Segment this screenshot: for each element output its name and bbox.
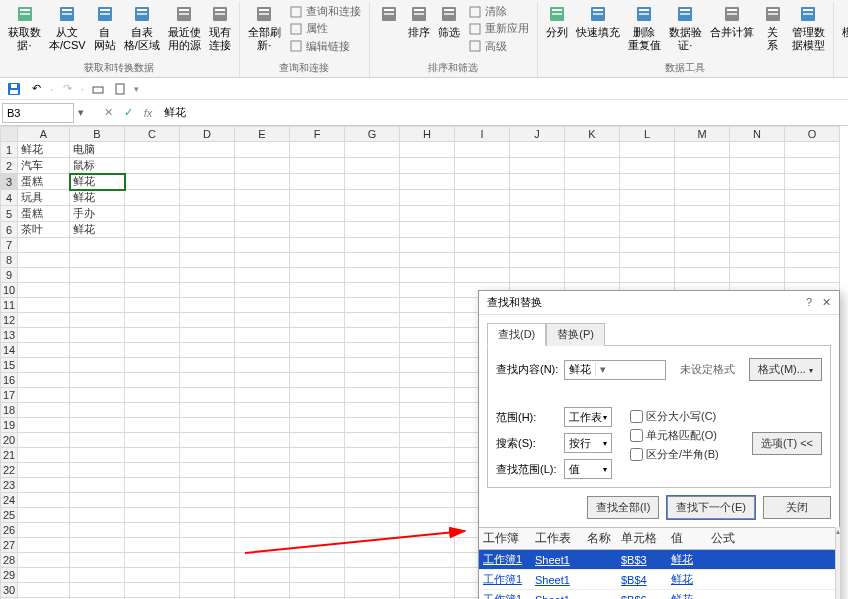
result-row[interactable]: 工作簿1Sheet1$B$6鲜花 bbox=[479, 590, 835, 599]
cell-G3[interactable] bbox=[345, 174, 400, 190]
cell-G7[interactable] bbox=[345, 238, 400, 253]
cell-B6[interactable]: 鲜花 bbox=[70, 222, 125, 238]
row-header-19[interactable]: 19 bbox=[1, 418, 18, 433]
cell-A3[interactable]: 蛋糕 bbox=[18, 174, 70, 190]
cell-C19[interactable] bbox=[125, 418, 180, 433]
cell-G18[interactable] bbox=[345, 403, 400, 418]
cell-E2[interactable] bbox=[235, 158, 290, 174]
row-header-12[interactable]: 12 bbox=[1, 313, 18, 328]
edit-links-button[interactable]: 编辑链接 bbox=[289, 39, 361, 54]
relations-button[interactable]: 关 系 bbox=[758, 2, 788, 60]
cell-H23[interactable] bbox=[400, 478, 455, 493]
col-header-H[interactable]: H bbox=[400, 127, 455, 142]
cell-F21[interactable] bbox=[290, 448, 345, 463]
cell-A1[interactable]: 鲜花 bbox=[18, 142, 70, 158]
properties-button[interactable]: 属性 bbox=[289, 21, 361, 36]
cell-G24[interactable] bbox=[345, 493, 400, 508]
cell-F11[interactable] bbox=[290, 298, 345, 313]
cell-F15[interactable] bbox=[290, 358, 345, 373]
cell-I1[interactable] bbox=[455, 142, 510, 158]
cell-L7[interactable] bbox=[620, 238, 675, 253]
cell-C24[interactable] bbox=[125, 493, 180, 508]
cell-D13[interactable] bbox=[180, 328, 235, 343]
existing-button[interactable]: 现有 连接 bbox=[205, 2, 235, 60]
cell-A2[interactable]: 汽车 bbox=[18, 158, 70, 174]
cell-E1[interactable] bbox=[235, 142, 290, 158]
cell-D15[interactable] bbox=[180, 358, 235, 373]
cell-D8[interactable] bbox=[180, 253, 235, 268]
cell-K1[interactable] bbox=[565, 142, 620, 158]
tab-replace[interactable]: 替换(P) bbox=[546, 323, 605, 346]
dialog-titlebar[interactable]: 查找和替换 ? ✕ bbox=[479, 291, 839, 315]
refresh-all-button[interactable]: 全部刷 新· bbox=[244, 2, 285, 60]
cell-D17[interactable] bbox=[180, 388, 235, 403]
cell-H17[interactable] bbox=[400, 388, 455, 403]
cell-E19[interactable] bbox=[235, 418, 290, 433]
cell-B24[interactable] bbox=[70, 493, 125, 508]
cell-A13[interactable] bbox=[18, 328, 70, 343]
cell-G29[interactable] bbox=[345, 568, 400, 583]
cell-A24[interactable] bbox=[18, 493, 70, 508]
cell-E8[interactable] bbox=[235, 253, 290, 268]
cell-I7[interactable] bbox=[455, 238, 510, 253]
row-header-29[interactable]: 29 bbox=[1, 568, 18, 583]
row-header-24[interactable]: 24 bbox=[1, 493, 18, 508]
row-header-10[interactable]: 10 bbox=[1, 283, 18, 298]
find-all-button[interactable]: 查找全部(I) bbox=[587, 496, 659, 519]
row-header-30[interactable]: 30 bbox=[1, 583, 18, 598]
cell-K7[interactable] bbox=[565, 238, 620, 253]
cell-G19[interactable] bbox=[345, 418, 400, 433]
cell-H21[interactable] bbox=[400, 448, 455, 463]
cell-H7[interactable] bbox=[400, 238, 455, 253]
cell-E26[interactable] bbox=[235, 523, 290, 538]
cell-G21[interactable] bbox=[345, 448, 400, 463]
cell-J2[interactable] bbox=[510, 158, 565, 174]
lookin-select[interactable]: 值▾ bbox=[564, 459, 612, 479]
cell-O8[interactable] bbox=[785, 253, 840, 268]
cell-M6[interactable] bbox=[675, 222, 730, 238]
cell-E18[interactable] bbox=[235, 403, 290, 418]
cell-A22[interactable] bbox=[18, 463, 70, 478]
cell-H12[interactable] bbox=[400, 313, 455, 328]
cell-C27[interactable] bbox=[125, 538, 180, 553]
cell-D24[interactable] bbox=[180, 493, 235, 508]
col-header-J[interactable]: J bbox=[510, 127, 565, 142]
cell-G9[interactable] bbox=[345, 268, 400, 283]
row-header-9[interactable]: 9 bbox=[1, 268, 18, 283]
cell-F16[interactable] bbox=[290, 373, 345, 388]
cell-C25[interactable] bbox=[125, 508, 180, 523]
cell-C22[interactable] bbox=[125, 463, 180, 478]
cell-F30[interactable] bbox=[290, 583, 345, 598]
cell-H24[interactable] bbox=[400, 493, 455, 508]
scope-select[interactable]: 工作表▾ bbox=[564, 407, 612, 427]
cell-C21[interactable] bbox=[125, 448, 180, 463]
cell-G13[interactable] bbox=[345, 328, 400, 343]
cell-B13[interactable] bbox=[70, 328, 125, 343]
cell-G10[interactable] bbox=[345, 283, 400, 298]
row-header-5[interactable]: 5 bbox=[1, 206, 18, 222]
name-box[interactable]: B3 bbox=[2, 103, 74, 123]
cell-A14[interactable] bbox=[18, 343, 70, 358]
result-row[interactable]: 工作簿1Sheet1$B$3鲜花 bbox=[479, 550, 835, 570]
close-button[interactable]: 关闭 bbox=[763, 496, 831, 519]
cell-H8[interactable] bbox=[400, 253, 455, 268]
formula-input[interactable]: 鲜花 bbox=[158, 103, 846, 123]
cell-F18[interactable] bbox=[290, 403, 345, 418]
clear-button[interactable]: 清除 bbox=[468, 4, 529, 19]
from-text-button[interactable]: 从文 本/CSV bbox=[45, 2, 90, 60]
cell-O2[interactable] bbox=[785, 158, 840, 174]
cell-E10[interactable] bbox=[235, 283, 290, 298]
col-header-C[interactable]: C bbox=[125, 127, 180, 142]
touch-icon[interactable] bbox=[90, 81, 106, 97]
insert-function-icon[interactable]: fx bbox=[138, 107, 158, 119]
cell-N8[interactable] bbox=[730, 253, 785, 268]
cell-H15[interactable] bbox=[400, 358, 455, 373]
cell-D7[interactable] bbox=[180, 238, 235, 253]
cell-F4[interactable] bbox=[290, 190, 345, 206]
cell-F20[interactable] bbox=[290, 433, 345, 448]
cell-G6[interactable] bbox=[345, 222, 400, 238]
remove-dup-button[interactable]: 删除 重复值 bbox=[624, 2, 665, 60]
cell-O3[interactable] bbox=[785, 174, 840, 190]
cell-E17[interactable] bbox=[235, 388, 290, 403]
cell-C2[interactable] bbox=[125, 158, 180, 174]
